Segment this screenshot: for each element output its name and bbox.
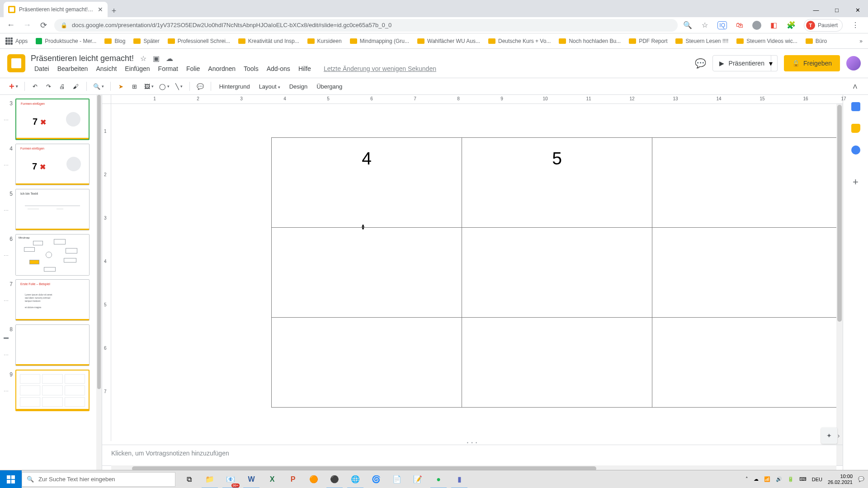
slide-table[interactable]: 4 5	[271, 137, 843, 408]
table-cell[interactable]	[462, 318, 652, 408]
maximize-button[interactable]: □	[826, 3, 847, 17]
extensions-icon[interactable]: 🧩	[787, 21, 796, 30]
comment-indicator-icon[interactable]: ⋯	[4, 163, 10, 168]
comment-indicator-icon[interactable]: ⋯	[4, 208, 10, 213]
last-edit-text[interactable]: Letzte Änderung vor wenigen Sekunden	[320, 64, 440, 73]
calendar-addon-icon[interactable]	[851, 102, 860, 111]
menu-ansicht[interactable]: Ansicht	[92, 64, 120, 73]
zoom-button[interactable]: 🔍	[91, 80, 106, 92]
slide-thumb-8[interactable]: ▬ ⋯ 8	[2, 324, 102, 369]
powerpoint-icon[interactable]: P	[283, 470, 303, 488]
bookmark-spaeter[interactable]: Später	[133, 38, 159, 44]
obs-icon[interactable]: ⚫	[325, 470, 344, 488]
bookmark-overflow-icon[interactable]: »	[859, 38, 863, 44]
share-button[interactable]: 🔒 Freigeben	[784, 55, 840, 71]
notes-splitter[interactable]: • • •	[102, 441, 843, 445]
slide-thumb-7[interactable]: ⋯ 7 Erste Folie – Beispiel Lorem ipsum d…	[2, 278, 102, 324]
extension-circle-icon[interactable]	[752, 21, 761, 30]
iq-extension-icon[interactable]: IQ	[717, 21, 727, 29]
menu-datei[interactable]: Datei	[31, 64, 53, 73]
canvas-vertical-scrollbar[interactable]	[836, 104, 843, 465]
slide-panel-scrollbar[interactable]	[96, 95, 102, 482]
menu-folie[interactable]: Folie	[183, 64, 203, 73]
taskbar-search[interactable]: 🔍 Zur Suche Text hier eingeben	[22, 472, 175, 487]
table-cell[interactable]	[272, 318, 462, 408]
menu-addons[interactable]: Add-ons	[263, 64, 294, 73]
edge-icon[interactable]: 🌀	[366, 470, 386, 488]
extension-cart-icon[interactable]: 🛍	[735, 21, 744, 30]
comment-indicator-icon[interactable]: ▬	[4, 334, 10, 340]
bookmark-pdf-report[interactable]: PDF Report	[629, 38, 667, 44]
comment-indicator-icon[interactable]: ⋯	[4, 298, 10, 304]
notifications-icon[interactable]: 💬	[858, 476, 864, 482]
star-doc-icon[interactable]: ☆	[140, 54, 146, 63]
bookmark-blog[interactable]: Blog	[104, 38, 125, 44]
cloud-status-icon[interactable]: ☁	[166, 54, 173, 63]
bookmark-mindmapping[interactable]: Mindmapping (Gru...	[350, 38, 409, 44]
menu-anordnen[interactable]: Anordnen	[204, 64, 239, 73]
new-slide-button[interactable]: +	[7, 80, 20, 92]
menu-format[interactable]: Format	[155, 64, 182, 73]
language-indicator[interactable]: DEU	[812, 477, 822, 482]
collapse-toolbar-icon[interactable]: ᐱ	[849, 80, 861, 92]
design-button[interactable]: Design	[286, 83, 311, 90]
bookmark-hochladen[interactable]: Noch hochladen Bu...	[559, 38, 621, 44]
spotify-icon[interactable]: ●	[429, 470, 448, 488]
vertical-ruler[interactable]: 1234567	[102, 104, 111, 441]
table-cell[interactable]: 5	[462, 138, 652, 228]
keep-addon-icon[interactable]	[851, 124, 860, 133]
apps-button[interactable]: Apps	[5, 38, 28, 45]
menu-hilfe[interactable]: Hilfe	[295, 64, 315, 73]
bookmark-deutsche-kurs[interactable]: Deutsche Kurs + Vo...	[488, 38, 551, 44]
account-avatar[interactable]	[846, 56, 861, 70]
table-cell[interactable]	[272, 228, 462, 318]
present-dropdown[interactable]: ▾	[765, 55, 778, 71]
background-button[interactable]: Hintergrund	[216, 83, 254, 90]
mail-app-icon[interactable]: 📧99+	[221, 470, 241, 488]
shape-tool[interactable]: ◯	[157, 80, 171, 92]
app-icon[interactable]: 🟠	[304, 470, 324, 488]
app-blue-icon[interactable]: ▮	[449, 470, 469, 488]
comment-indicator-icon[interactable]: ⋯	[4, 253, 10, 258]
file-explorer-icon[interactable]: 📁	[200, 470, 220, 488]
select-tool[interactable]: ➤	[115, 80, 127, 92]
speaker-notes[interactable]: Klicken, um Vortragsnotizen hinzuzufügen…	[102, 445, 843, 465]
extension-red-icon[interactable]: ◧	[769, 21, 778, 30]
word-icon[interactable]: W	[241, 470, 261, 488]
start-button[interactable]	[0, 470, 22, 488]
table-cell[interactable]	[652, 318, 843, 408]
minimize-button[interactable]: —	[806, 3, 826, 17]
new-tab-button[interactable]: +	[108, 5, 120, 17]
comment-indicator-icon[interactable]: ⋯	[4, 117, 10, 123]
bookmark-steuern-videos[interactable]: Steuern Videos wic...	[736, 38, 797, 44]
present-button[interactable]: ▶ Präsentieren	[712, 55, 771, 71]
undo-button[interactable]: ↶	[29, 80, 41, 92]
chrome-menu-icon[interactable]: ⋮	[851, 21, 860, 30]
slide-canvas[interactable]: 4 5 ▴▾	[111, 104, 843, 441]
comment-indicator-icon[interactable]: ⋯	[4, 352, 10, 358]
print-button[interactable]: 🖨	[57, 80, 68, 92]
tasks-addon-icon[interactable]	[851, 145, 860, 155]
close-window-button[interactable]: ✕	[847, 3, 868, 17]
profile-paused-badge[interactable]: T Pausiert	[804, 19, 843, 32]
comment-indicator-icon[interactable]: ⋯	[4, 389, 10, 394]
reload-button[interactable]: ⟳	[38, 20, 49, 31]
keyboard-icon[interactable]: ⌨	[799, 476, 807, 482]
onedrive-icon[interactable]: ☁	[754, 476, 759, 482]
back-button[interactable]: ←	[5, 20, 16, 31]
slide-thumb-5[interactable]: ⋯ 5 Ich bin Text4 ————— ———	[2, 188, 102, 233]
omnibox[interactable]: 🔒 docs.google.com/presentation/d/1yV372S…	[54, 19, 678, 32]
slide-thumb-9[interactable]: ⋯ 9	[2, 369, 102, 414]
add-addon-button[interactable]: +	[853, 176, 859, 188]
slide-thumb-3[interactable]: ⋯ 3 Formen einfügen 7 ✖	[2, 98, 102, 143]
transition-button[interactable]: Übergang	[313, 83, 346, 90]
excel-icon[interactable]: X	[262, 470, 282, 488]
task-view-icon[interactable]: ⧉	[179, 470, 199, 488]
layout-button[interactable]: Layout	[255, 83, 284, 90]
document-title[interactable]: Präsentieren leicht gemacht!	[31, 54, 134, 63]
image-tool[interactable]: 🖼	[142, 80, 156, 92]
redo-button[interactable]: ↷	[43, 80, 55, 92]
menu-einfuegen[interactable]: Einfügen	[121, 64, 153, 73]
zoom-icon[interactable]: 🔍	[683, 21, 692, 30]
comment-tool[interactable]: 💬	[194, 80, 206, 92]
